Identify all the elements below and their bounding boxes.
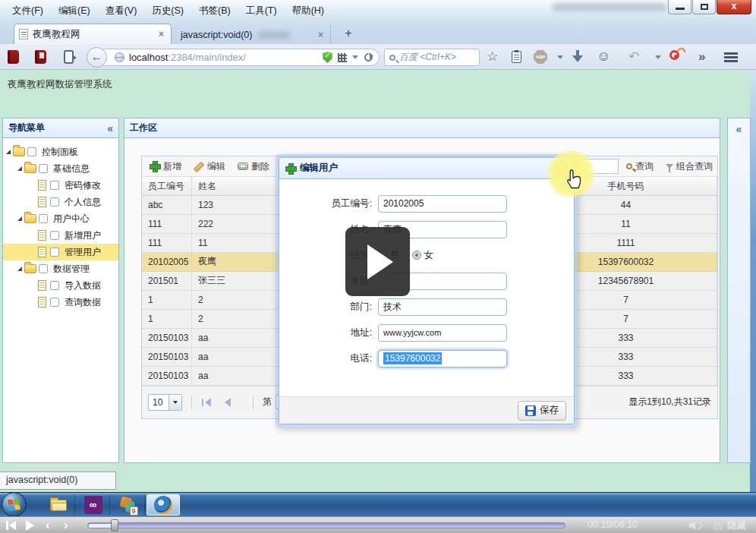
dialog-header[interactable]: 编辑用户 x: [279, 158, 574, 179]
weibo-icon[interactable]: [669, 50, 679, 60]
divider: [191, 396, 192, 409]
tab-close-icon[interactable]: ×: [316, 30, 326, 40]
close-window-button[interactable]: x: [717, 0, 751, 14]
tree-item[interactable]: 管理用户: [3, 244, 118, 260]
adblock-caret-icon[interactable]: [557, 55, 563, 59]
menu-item-6[interactable]: 帮助(H): [285, 2, 332, 20]
edit-button[interactable]: 编辑: [194, 160, 225, 173]
taskbar-vs9-button[interactable]: 9: [112, 494, 145, 516]
field-input[interactable]: 20102005: [378, 195, 507, 213]
taskbar-firefox-button[interactable]: [146, 494, 180, 516]
new-tab-button[interactable]: +: [339, 26, 358, 41]
taskbar-visualstudio-button[interactable]: ∞: [77, 494, 110, 516]
qr-code-icon[interactable]: [338, 53, 347, 62]
tree-checkbox[interactable]: [50, 231, 59, 240]
url-bar[interactable]: localhost :2384/main/index/ ✓: [97, 49, 380, 66]
prev-page-button[interactable]: [222, 398, 233, 407]
reading-list-icon[interactable]: [512, 51, 521, 63]
tree-checkbox[interactable]: [50, 298, 59, 307]
collapse-left-icon[interactable]: «: [107, 124, 113, 133]
tree-checkbox[interactable]: [50, 248, 59, 257]
taskbar-explorer-button[interactable]: [42, 494, 75, 516]
tree-item[interactable]: 控制面板: [3, 144, 118, 160]
caret-down-icon: [173, 401, 178, 404]
save-button[interactable]: 保存: [518, 401, 566, 421]
tree-item[interactable]: 密码修改: [3, 177, 118, 194]
menu-item-0[interactable]: 文件(F): [5, 2, 51, 20]
adblock-icon[interactable]: ABP: [534, 50, 547, 64]
tree-item[interactable]: 个人信息: [3, 194, 118, 210]
tree-checkbox[interactable]: [50, 181, 59, 190]
tab-close-icon[interactable]: ×: [156, 29, 166, 39]
tree-checkbox[interactable]: [39, 214, 48, 223]
table-cell: 20150103: [142, 367, 192, 385]
menu-item-3[interactable]: 历史(S): [144, 2, 191, 20]
minimize-button[interactable]: [668, 0, 691, 14]
dialog-field-row: 地址:www.yyjcw.com: [279, 323, 574, 342]
menu-item-2[interactable]: 查看(V): [98, 2, 145, 20]
tree-item[interactable]: 基础信息: [3, 160, 118, 177]
bookmark-star-icon[interactable]: ☆: [487, 49, 498, 65]
undo-caret-icon[interactable]: [655, 55, 661, 59]
overflow-chevrons-icon[interactable]: »: [698, 49, 705, 65]
menu-item-4[interactable]: 书签(B): [191, 2, 238, 20]
delete-button[interactable]: 删除: [238, 160, 269, 173]
speaker-icon[interactable]: [689, 521, 695, 530]
player-progress-track[interactable]: [87, 522, 565, 528]
expand-arrow-icon[interactable]: [17, 166, 22, 171]
tree-checkbox[interactable]: [39, 264, 48, 273]
expand-arrow-icon[interactable]: [17, 216, 22, 221]
expand-arrow-icon[interactable]: [17, 266, 22, 271]
player-next-button[interactable]: ›: [64, 517, 68, 533]
search-bar[interactable]: 百度 <Ctrl+K>: [384, 49, 480, 66]
field-input[interactable]: 15397600032: [378, 350, 507, 367]
menu-item-1[interactable]: 编辑(E): [51, 2, 98, 20]
security-shield-icon[interactable]: ✓: [323, 52, 332, 63]
player-restart-button[interactable]: [6, 521, 17, 530]
downloads-icon[interactable]: [572, 50, 583, 62]
bookmark-red-icon[interactable]: [35, 50, 46, 64]
player-play-button[interactable]: [26, 520, 34, 531]
feedback-smiley-icon[interactable]: ☺: [597, 49, 610, 65]
video-play-button[interactable]: [345, 227, 410, 296]
tree-checkbox[interactable]: [50, 197, 59, 207]
first-page-button[interactable]: [201, 398, 212, 407]
add-button[interactable]: 新增: [150, 160, 181, 173]
player-progress-handle[interactable]: [111, 519, 118, 531]
tree-item[interactable]: 用户中心: [3, 210, 118, 227]
back-button[interactable]: ←: [87, 47, 107, 68]
menu-item-5[interactable]: 工具(T): [238, 2, 285, 20]
field-input[interactable]: 技术: [378, 298, 507, 316]
tree-checkbox[interactable]: [50, 281, 59, 290]
tree-checkbox[interactable]: [39, 164, 48, 173]
tree-item[interactable]: 查询数据: [3, 294, 118, 311]
tree-item[interactable]: 导入数据: [3, 277, 118, 294]
tab-background[interactable]: javascript:void(0) ×: [176, 25, 331, 44]
expand-arrow-icon[interactable]: [6, 150, 11, 154]
east-collapsed-panel[interactable]: «: [727, 118, 751, 463]
page-size-select[interactable]: 10: [148, 394, 182, 411]
collapse-right-icon[interactable]: «: [736, 125, 742, 134]
send-to-device-icon[interactable]: [64, 50, 74, 64]
maximize-button[interactable]: [692, 0, 716, 14]
field-input[interactable]: www.yyjcw.com: [378, 324, 507, 342]
menu-bar: 文件(F)编辑(E)查看(V)历史(S)书签(B)工具(T)帮助(H): [5, 2, 332, 20]
bookmark-red-icon[interactable]: [8, 50, 19, 64]
undo-icon[interactable]: ↶: [628, 49, 639, 65]
gender-radio-checked[interactable]: [412, 251, 421, 260]
query-button[interactable]: 查询: [626, 160, 654, 173]
column-header[interactable]: 员工编号: [142, 177, 192, 194]
windows-start-button[interactable]: [2, 492, 27, 517]
tree-item[interactable]: 数据管理: [3, 260, 118, 277]
combo-query-button[interactable]: 组合查询: [666, 160, 713, 173]
dropdown-caret-icon[interactable]: [352, 55, 358, 59]
refresh-icon[interactable]: [363, 52, 375, 64]
tab-active[interactable]: 夜鹰教程网 ×: [14, 24, 172, 44]
player-prev-button[interactable]: ‹: [46, 517, 49, 533]
tree-checkbox[interactable]: [27, 147, 36, 156]
hide-checkbox[interactable]: [713, 521, 723, 530]
page-size-caret[interactable]: [169, 395, 181, 410]
tree-item[interactable]: 新增用户: [3, 227, 118, 244]
radio-label: 女: [424, 249, 434, 262]
hamburger-menu-icon[interactable]: [724, 52, 738, 55]
